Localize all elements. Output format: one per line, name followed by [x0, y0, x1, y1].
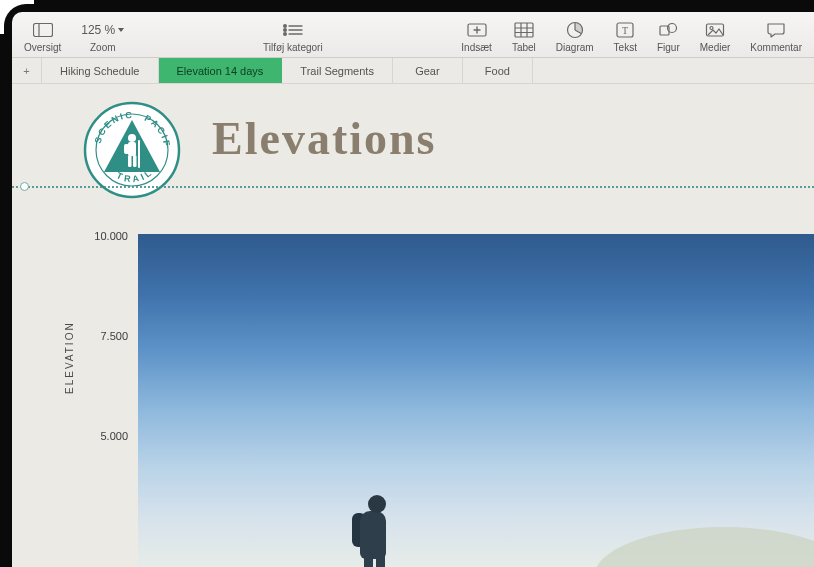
svg-rect-36: [138, 140, 140, 168]
chart-icon: [566, 19, 584, 41]
divider-line: [12, 186, 814, 188]
svg-point-2: [283, 25, 286, 28]
sheet-tab-label: Elevation 14 days: [177, 65, 264, 77]
svg-point-24: [710, 27, 713, 30]
media-icon: [705, 19, 725, 41]
insert-icon: [467, 19, 487, 41]
toolbar-figur-label: Figur: [657, 42, 680, 54]
svg-point-31: [128, 134, 136, 142]
toolbar-oversigt[interactable]: Oversigt: [14, 12, 71, 57]
toolbar-zoom-label: Zoom: [90, 42, 116, 54]
chart-plot-area: [138, 234, 814, 567]
toolbar-tabel[interactable]: Tabel: [502, 12, 546, 57]
svg-rect-34: [128, 155, 132, 167]
elevation-chart[interactable]: ELEVATION 10.000 7.500 5.000: [68, 234, 814, 567]
toolbar-kommentar[interactable]: Kommentar: [740, 12, 812, 57]
toolbar-tabel-label: Tabel: [512, 42, 536, 54]
sheet-tab-hiking-schedule[interactable]: Hiking Schedule: [42, 58, 159, 83]
chevron-down-icon: [118, 28, 124, 32]
svg-rect-0: [33, 24, 52, 37]
sheet-tab-bar: + Hiking Schedule Elevation 14 days Trai…: [12, 58, 814, 84]
toolbar-medier[interactable]: Medier: [690, 12, 741, 57]
toolbar-kommentar-label: Kommentar: [750, 42, 802, 54]
toolbar-medier-label: Medier: [700, 42, 731, 54]
page-title: Elevations: [212, 112, 436, 165]
sheet-tab-label: Trail Segments: [300, 65, 374, 77]
sheet-tab-label: Gear: [415, 65, 439, 77]
sheet-tab-gear[interactable]: Gear: [393, 58, 463, 83]
toolbar-kategori[interactable]: Tilføj kategori: [253, 12, 333, 57]
list-icon: [282, 19, 304, 41]
sheet-tab-elevation-14-days[interactable]: Elevation 14 days: [159, 58, 283, 83]
terrain-shape: [594, 527, 814, 567]
table-icon: [514, 19, 534, 41]
toolbar-oversigt-label: Oversigt: [24, 42, 61, 54]
svg-text:T: T: [622, 25, 628, 36]
toolbar-indsaet-label: Indsæt: [461, 42, 492, 54]
shape-icon: [658, 19, 678, 41]
toolbar-zoom[interactable]: 125 % Zoom: [71, 12, 134, 57]
text-icon: T: [616, 19, 634, 41]
y-tick: 7.500: [78, 330, 128, 342]
sheet-tab-label: Food: [485, 65, 510, 77]
svg-point-4: [283, 29, 286, 32]
sheet-tab-trail-segments[interactable]: Trail Segments: [282, 58, 393, 83]
svg-rect-33: [124, 144, 129, 154]
zoom-value: 125 %: [81, 19, 124, 41]
toolbar-figur[interactable]: Figur: [647, 12, 690, 57]
svg-rect-11: [515, 23, 533, 37]
toolbar-tekst[interactable]: T Tekst: [604, 12, 647, 57]
toolbar-kategori-label: Tilføj kategori: [263, 42, 323, 54]
y-tick: 10.000: [78, 230, 128, 242]
toolbar-diagram[interactable]: Diagram: [546, 12, 604, 57]
trails-logo: SCENIC PACIFIC TRAILS: [82, 100, 182, 200]
panel-icon: [33, 19, 53, 41]
plus-icon: +: [23, 65, 29, 77]
hiker-silhouette: [338, 487, 408, 567]
svg-rect-32: [128, 142, 136, 156]
svg-point-6: [283, 33, 286, 36]
y-tick: 5.000: [78, 430, 128, 442]
add-sheet-button[interactable]: +: [12, 58, 42, 83]
toolbar: Oversigt 125 % Zoom Tilføj kategori Inds…: [12, 12, 814, 58]
toolbar-indsaet[interactable]: Indsæt: [451, 12, 502, 57]
document-canvas[interactable]: SCENIC PACIFIC TRAILS: [12, 84, 814, 567]
selection-handle[interactable]: [20, 182, 29, 191]
y-axis-label: ELEVATION: [64, 321, 75, 394]
toolbar-diagram-label: Diagram: [556, 42, 594, 54]
comment-icon: [766, 19, 786, 41]
sheet-tab-food[interactable]: Food: [463, 58, 533, 83]
svg-rect-35: [133, 155, 137, 167]
sheet-tab-label: Hiking Schedule: [60, 65, 140, 77]
toolbar-tekst-label: Tekst: [614, 42, 637, 54]
